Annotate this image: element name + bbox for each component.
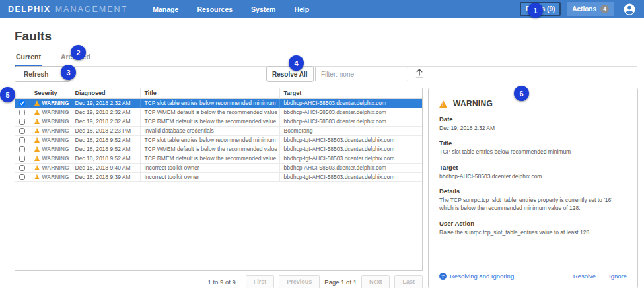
row-checkbox[interactable] (19, 128, 25, 134)
diagnosed-cell: Dec 19, 2018 2:32 AM (71, 98, 140, 108)
callout-badge-4: 4 (289, 55, 304, 71)
row-checkbox[interactable] (19, 119, 25, 125)
brand-primary: DELPHIX (8, 5, 51, 14)
brand-secondary: MANAGEMENT (55, 5, 128, 14)
warning-icon (34, 119, 40, 124)
severity-text: WARNING (42, 155, 69, 162)
nav-item-system[interactable]: System (251, 5, 275, 13)
top-navigation-bar: DELPHIX MANAGEMENT Manage Resources Syst… (0, 0, 644, 18)
detail-user-action-group: User Action Raise the sunrpc.tcp_slot_ta… (439, 220, 627, 236)
pagination-previous-button[interactable]: Previous (279, 275, 320, 288)
severity-cell: WARNING (30, 145, 71, 154)
app-logo[interactable]: DELPHIX MANAGEMENT (8, 5, 127, 14)
warning-icon (34, 174, 40, 179)
target-cell: Boomerang (279, 126, 422, 135)
row-checkbox-cell[interactable] (15, 117, 30, 126)
warning-icon (34, 137, 40, 143)
row-checkbox-cell[interactable] (15, 154, 30, 163)
header-diagnosed[interactable]: Diagnosed (71, 88, 140, 98)
table-row[interactable]: WARNINGDec 19, 2018 2:32 AMTCP RMEM defa… (15, 117, 422, 126)
row-checkbox[interactable] (19, 110, 25, 115)
row-checkbox[interactable] (19, 165, 25, 171)
help-link-label: Resolving and Ignoring (450, 273, 514, 280)
header-title[interactable]: Title (140, 88, 279, 98)
detail-title-label: Title (439, 139, 627, 146)
table-row[interactable]: WARNINGDec 19, 2018 2:32 AMTCP WMEM defa… (15, 108, 422, 117)
row-checkbox-cell[interactable] (15, 163, 30, 172)
detail-user-action-label: User Action (439, 220, 627, 227)
row-checkbox-cell[interactable] (15, 108, 30, 117)
target-cell: bbdhcp-AHCI-58503.dcenter.delphix.com (279, 117, 422, 126)
row-checkbox[interactable] (19, 146, 25, 152)
row-checkbox-cell[interactable] (15, 145, 30, 154)
row-checkbox-cell[interactable] (15, 98, 30, 108)
table-row[interactable]: WARNINGDec 18, 2018 9:52 AMTCP slot tabl… (15, 135, 422, 145)
fault-detail-panel: WARNING Date Dec 19, 2018 2:32 AM Title … (428, 88, 638, 288)
refresh-button[interactable]: Refresh (15, 66, 57, 82)
detail-severity-heading: WARNING (439, 99, 627, 108)
row-checkbox-cell[interactable] (15, 126, 30, 135)
filter-input[interactable] (315, 67, 408, 81)
table-row[interactable]: WARNINGDec 18, 2018 9:39 AMIncorrect too… (15, 172, 422, 181)
warning-icon (34, 128, 40, 133)
warning-icon (34, 156, 40, 161)
title-cell: TCP RMEM default is below the recommende… (140, 117, 279, 126)
severity-cell: WARNING (30, 98, 71, 108)
pagination-first-button[interactable]: First (246, 275, 275, 288)
row-checkbox[interactable] (19, 156, 25, 162)
actions-button[interactable]: Actions 4 (567, 2, 614, 16)
title-cell: TCP RMEM default is below the recommende… (140, 154, 279, 163)
title-cell: TCP WMEM default is below the recommende… (140, 145, 279, 154)
pagination-last-button[interactable]: Last (394, 275, 423, 288)
header-target[interactable]: Target (279, 88, 422, 98)
severity-text: WARNING (42, 127, 69, 134)
row-checkbox[interactable] (19, 100, 25, 106)
title-cell: TCP slot table entries below recommended… (140, 98, 279, 108)
table-row[interactable]: WARNINGDec 19, 2018 2:32 AMTCP slot tabl… (15, 98, 422, 108)
title-cell: Invalid database credentials (140, 126, 279, 135)
diagnosed-cell: Dec 18, 2018 9:39 AM (71, 172, 140, 181)
detail-footer: ? Resolving and Ignoring Resolve Ignore (439, 273, 627, 280)
diagnosed-cell: Dec 19, 2018 2:32 AM (71, 108, 140, 117)
severity-text: WARNING (42, 137, 69, 143)
severity-text: WARNING (42, 164, 69, 171)
detail-date-value: Dec 19, 2018 2:32 AM (439, 124, 627, 132)
row-checkbox[interactable] (19, 137, 25, 143)
resolve-all-button[interactable]: Resolve All (266, 66, 314, 82)
title-cell: Incorrect toolkit owner (140, 172, 279, 181)
nav-item-help[interactable]: Help (294, 5, 309, 13)
nav-item-manage[interactable]: Manage (153, 5, 178, 13)
header-severity[interactable]: Severity (30, 88, 71, 98)
table-row[interactable]: WARNINGDec 18, 2018 9:40 AMIncorrect too… (15, 163, 422, 172)
user-profile-icon[interactable] (623, 3, 636, 16)
row-checkbox-cell[interactable] (15, 135, 30, 145)
help-icon: ? (439, 273, 447, 280)
severity-cell: WARNING (30, 163, 71, 172)
severity-text: WARNING (42, 100, 69, 106)
callout-badge-2: 2 (71, 45, 86, 60)
detail-date-group: Date Dec 19, 2018 2:32 AM (439, 115, 627, 132)
nav-item-resources[interactable]: Resources (197, 5, 233, 13)
detail-user-action-value: Raise the sunrpc.tcp_slot_table_entries … (439, 228, 627, 236)
target-cell: bbdhcp-tgt-AHCI-58503.dcenter.delphix.co… (279, 145, 422, 154)
diagnosed-cell: Dec 18, 2018 2:23 PM (71, 126, 140, 135)
faults-table: Severity Diagnosed Title Target WARNINGD… (15, 88, 423, 271)
tab-current[interactable]: Current (15, 50, 42, 67)
resolving-ignoring-help-link[interactable]: ? Resolving and Ignoring (439, 273, 514, 280)
callout-badge-1: 1 (528, 3, 543, 18)
resolve-link[interactable]: Resolve (573, 273, 596, 280)
table-row[interactable]: WARNINGDec 18, 2018 2:23 PMInvalid datab… (15, 126, 422, 135)
detail-title-value: TCP slot table entries below recommended… (439, 148, 627, 156)
row-checkbox[interactable] (19, 174, 25, 180)
warning-icon (34, 146, 40, 152)
table-row[interactable]: WARNINGDec 18, 2018 9:52 AMTCP RMEM defa… (15, 154, 422, 163)
tab-bar: Current Archived (15, 50, 637, 67)
pagination-next-button[interactable]: Next (361, 275, 390, 288)
export-icon[interactable] (413, 68, 425, 80)
table-row[interactable]: WARNINGDec 18, 2018 9:52 AMTCP WMEM defa… (15, 145, 422, 154)
severity-text: WARNING (42, 146, 69, 152)
row-checkbox-cell[interactable] (15, 172, 30, 181)
ignore-link[interactable]: Ignore (609, 273, 627, 280)
diagnosed-cell: Dec 18, 2018 9:52 AM (71, 154, 140, 163)
page-title: Faults (15, 29, 644, 44)
